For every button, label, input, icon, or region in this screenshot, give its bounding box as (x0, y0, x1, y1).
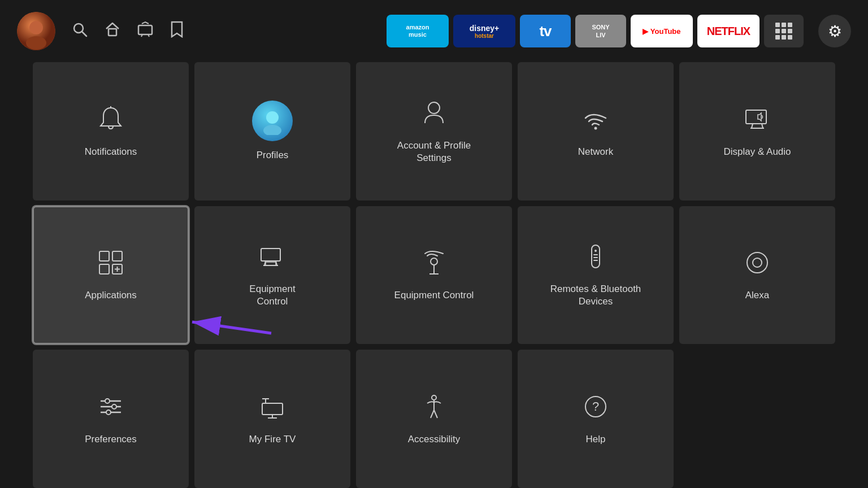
profiles-label: Profiles (257, 149, 289, 162)
svg-rect-24 (261, 249, 280, 261)
svg-point-11 (263, 125, 281, 135)
svg-text:?: ? (592, 399, 599, 413)
svg-rect-32 (592, 245, 600, 268)
sliders-icon (96, 392, 125, 425)
grid-item-live-tv[interactable]: Equipment Control (356, 206, 512, 345)
accessibility-label: Accessibility (408, 433, 461, 446)
svg-line-15 (752, 124, 753, 128)
equipment-control-label: Equipment Control (249, 283, 295, 308)
app-netflix[interactable]: NETFLIX (697, 15, 760, 47)
app-more-grid[interactable] (764, 15, 804, 47)
settings-icon[interactable]: ⚙ (818, 15, 851, 47)
person-icon (419, 98, 449, 132)
grid-item-notifications[interactable]: Notifications (33, 62, 189, 201)
grid-item-remotes-bluetooth[interactable]: Remotes & Bluetooth Devices (518, 206, 674, 345)
settings-grid: Notifications Profiles (0, 62, 868, 488)
grid-item-help[interactable]: ? Help (518, 350, 674, 488)
applications-label: Applications (85, 289, 137, 302)
svg-rect-36 (593, 260, 598, 261)
svg-rect-20 (99, 264, 109, 274)
svg-point-12 (428, 102, 440, 114)
grid-item-alexa[interactable]: Alexa (679, 206, 835, 345)
avatar[interactable] (17, 12, 55, 50)
grid-item-profiles[interactable]: Profiles (194, 62, 350, 201)
applications-icon (96, 248, 125, 281)
account-profile-settings-label: Account & Profile Settings (397, 140, 471, 164)
remotes-bluetooth-label: Remotes & Bluetooth Devices (550, 283, 641, 308)
app-sony[interactable]: SONYLIV (575, 15, 626, 47)
antenna-icon (419, 248, 449, 281)
svg-rect-18 (99, 251, 109, 261)
profiles-avatar (252, 101, 293, 141)
svg-line-4 (82, 32, 86, 36)
grid-item-equipment-control[interactable]: Equipment Control (194, 206, 350, 345)
home-icon[interactable] (104, 21, 121, 42)
svg-point-33 (594, 250, 597, 252)
app-disney[interactable]: disney+ hotstar (453, 15, 515, 47)
svg-rect-35 (593, 257, 598, 258)
app-amazon-music[interactable]: amazonmusic (387, 15, 449, 47)
live-tv-label: Equipment Control (394, 289, 474, 302)
svg-line-53 (434, 410, 437, 418)
svg-point-10 (266, 111, 279, 124)
navbar: amazonmusic disney+ hotstar tv SONYLIV ▶… (0, 0, 868, 62)
grid-item-my-fire-tv[interactable]: My Fire TV (194, 350, 350, 488)
network-label: Network (578, 146, 613, 158)
remote-icon (581, 242, 610, 275)
bookmark-icon[interactable] (170, 21, 184, 42)
my-fire-tv-label: My Fire TV (249, 433, 296, 446)
preferences-label: Preferences (85, 433, 137, 446)
help-label: Help (586, 433, 606, 446)
tv-icon[interactable] (137, 21, 154, 42)
svg-rect-5 (108, 29, 116, 36)
notifications-label: Notifications (85, 146, 137, 158)
svg-rect-19 (112, 251, 122, 261)
svg-point-50 (432, 395, 436, 400)
display-audio-label: Display & Audio (723, 146, 791, 158)
svg-rect-45 (262, 403, 283, 415)
app-youtube[interactable]: ▶ YouTube (631, 15, 693, 47)
grid-item-preferences[interactable]: Preferences (33, 350, 189, 488)
svg-point-44 (106, 410, 111, 415)
fire-tv-icon (258, 392, 287, 425)
grid-item-network[interactable]: Network (518, 62, 674, 201)
grid-item-display-audio[interactable]: Display & Audio (679, 62, 835, 201)
tv-screen-icon (258, 242, 287, 275)
accessibility-icon (419, 392, 449, 425)
search-icon[interactable] (71, 21, 88, 42)
svg-point-1 (29, 21, 43, 34)
help-icon: ? (581, 392, 610, 425)
bell-icon (96, 104, 125, 138)
grid-item-accessibility[interactable]: Accessibility (356, 350, 512, 488)
svg-line-52 (431, 410, 434, 418)
svg-point-2 (26, 36, 46, 50)
svg-point-38 (753, 258, 762, 267)
grid-item-applications[interactable]: Applications (33, 206, 189, 345)
nav-apps: amazonmusic disney+ hotstar tv SONYLIV ▶… (387, 15, 804, 47)
grid-item-account-profile-settings[interactable]: Account & Profile Settings (356, 62, 512, 201)
svg-line-16 (762, 124, 763, 128)
svg-point-42 (112, 404, 116, 409)
svg-point-40 (105, 399, 110, 403)
svg-point-37 (747, 252, 767, 273)
alexa-label: Alexa (745, 289, 770, 302)
wifi-icon (581, 104, 610, 138)
svg-rect-6 (138, 25, 152, 34)
svg-rect-34 (593, 254, 598, 255)
svg-rect-14 (746, 110, 766, 124)
alexa-icon (743, 248, 772, 281)
app-tv[interactable]: tv (520, 15, 571, 47)
svg-point-29 (431, 258, 437, 265)
svg-point-13 (594, 127, 597, 129)
nav-icons (71, 21, 184, 42)
display-icon (743, 104, 772, 138)
